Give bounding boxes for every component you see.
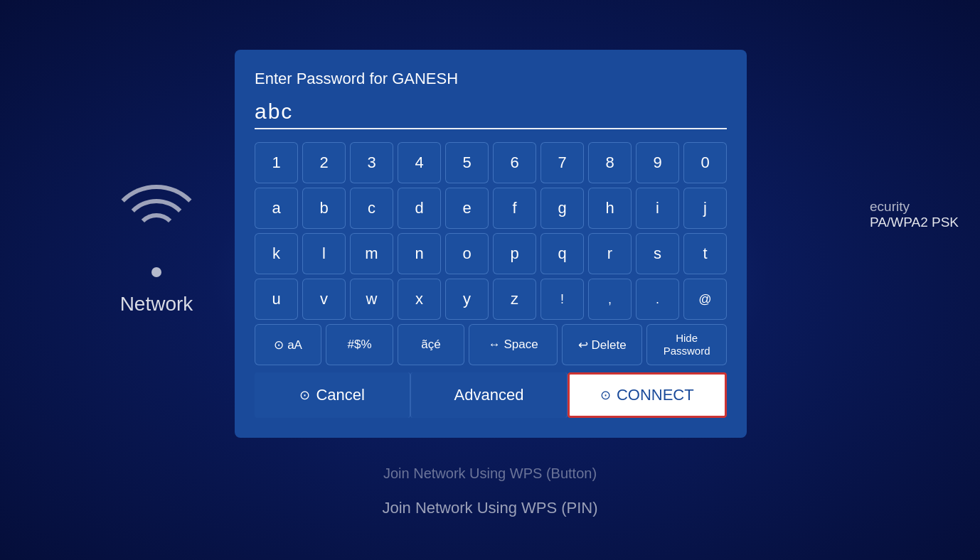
- advanced-button[interactable]: Advanced: [410, 372, 567, 418]
- password-display: abc: [255, 99, 727, 124]
- right-info-panel: ecurity PA/WPA2 PSK: [870, 199, 959, 230]
- key-j[interactable]: j: [683, 188, 727, 229]
- cancel-icon: ⊙: [299, 387, 310, 403]
- key-a[interactable]: a: [255, 188, 298, 229]
- connect-button[interactable]: ⊙ CONNECT: [568, 372, 727, 418]
- wps-pin-text: Join Network Using WPS (PIN): [382, 499, 597, 517]
- key-accents[interactable]: ãçé: [398, 324, 464, 365]
- cancel-label: Cancel: [316, 386, 364, 404]
- key-y[interactable]: y: [445, 279, 489, 320]
- key-delete[interactable]: ↩ Delete: [562, 324, 642, 365]
- key-6[interactable]: 6: [493, 142, 536, 183]
- key-comma[interactable]: ,: [588, 279, 632, 320]
- dialog-title: Enter Password for GANESH: [255, 70, 727, 88]
- action-row: ⊙ Cancel Advanced ⊙ CONNECT: [255, 372, 727, 418]
- key-caps[interactable]: ⊙ aA: [255, 324, 321, 365]
- keyboard-row-a-j: a b c d e f g h i j: [255, 188, 727, 229]
- connect-label: CONNECT: [617, 386, 694, 404]
- keyboard-row-u-at: u v w x y z ! , . @: [255, 279, 727, 320]
- key-0[interactable]: 0: [683, 142, 727, 183]
- key-m[interactable]: m: [350, 233, 393, 274]
- key-k[interactable]: k: [255, 233, 298, 274]
- key-d[interactable]: d: [398, 188, 441, 229]
- key-8[interactable]: 8: [588, 142, 632, 183]
- key-symbols[interactable]: #$%: [326, 324, 393, 365]
- password-dialog: Enter Password for GANESH abc 1 2 3 4 5 …: [235, 50, 747, 438]
- key-c[interactable]: c: [350, 188, 393, 229]
- key-h[interactable]: h: [588, 188, 632, 229]
- key-i[interactable]: i: [636, 188, 679, 229]
- security-label: ecurity: [870, 199, 959, 215]
- key-period[interactable]: .: [636, 279, 679, 320]
- security-value: PA/WPA2 PSK: [870, 215, 959, 230]
- key-7[interactable]: 7: [540, 142, 584, 183]
- key-v[interactable]: v: [302, 279, 346, 320]
- keyboard: 1 2 3 4 5 6 7 8 9 0 a b c d e f g h i j …: [255, 142, 727, 365]
- key-p[interactable]: p: [493, 233, 536, 274]
- key-exclaim[interactable]: !: [540, 279, 584, 320]
- key-t[interactable]: t: [683, 233, 727, 274]
- key-e[interactable]: e: [445, 188, 489, 229]
- key-3[interactable]: 3: [350, 142, 393, 183]
- wifi-label: Network: [120, 293, 193, 316]
- keyboard-row-k-t: k l m n o p q r s t: [255, 233, 727, 274]
- key-w[interactable]: w: [350, 279, 393, 320]
- key-u[interactable]: u: [255, 279, 298, 320]
- wifi-section: Network: [100, 185, 213, 316]
- key-l[interactable]: l: [302, 233, 346, 274]
- key-1[interactable]: 1: [255, 142, 298, 183]
- key-hide-password[interactable]: HidePassword: [646, 324, 727, 365]
- wifi-arc-inner: [135, 213, 178, 256]
- advanced-label: Advanced: [454, 386, 524, 404]
- key-4[interactable]: 4: [398, 142, 441, 183]
- key-space[interactable]: ↔ Space: [469, 324, 558, 365]
- key-x[interactable]: x: [398, 279, 441, 320]
- key-q[interactable]: q: [540, 233, 584, 274]
- key-n[interactable]: n: [398, 233, 441, 274]
- keyboard-row-special: ⊙ aA #$% ãçé ↔ Space ↩ Delete HidePasswo…: [255, 324, 727, 365]
- key-f[interactable]: f: [493, 188, 536, 229]
- wifi-icon: [100, 185, 213, 270]
- key-2[interactable]: 2: [302, 142, 346, 183]
- keyboard-row-numbers: 1 2 3 4 5 6 7 8 9 0: [255, 142, 727, 183]
- key-at[interactable]: @: [683, 279, 727, 320]
- key-9[interactable]: 9: [636, 142, 679, 183]
- password-input-row: abc: [255, 99, 727, 129]
- connect-icon: ⊙: [600, 387, 611, 403]
- key-r[interactable]: r: [588, 233, 632, 274]
- cancel-button[interactable]: ⊙ Cancel: [255, 372, 410, 418]
- key-g[interactable]: g: [540, 188, 584, 229]
- wps-button-text: Join Network Using WPS (Button): [383, 465, 597, 482]
- key-z[interactable]: z: [493, 279, 536, 320]
- wifi-dot: [151, 267, 161, 277]
- key-5[interactable]: 5: [445, 142, 489, 183]
- key-o[interactable]: o: [445, 233, 489, 274]
- key-s[interactable]: s: [636, 233, 679, 274]
- key-b[interactable]: b: [302, 188, 346, 229]
